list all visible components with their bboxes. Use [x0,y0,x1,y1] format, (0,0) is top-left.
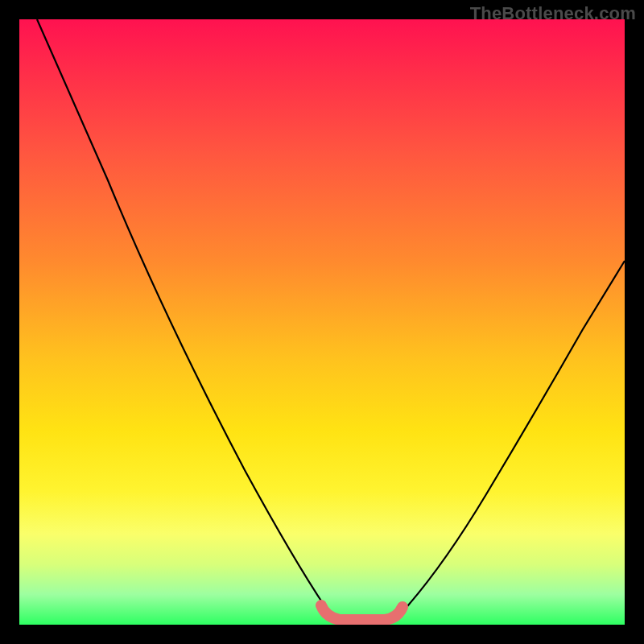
plot-area [19,19,625,625]
watermark-text: TheBottleneck.com [470,3,636,24]
curve-left [37,19,341,621]
outer-frame: TheBottleneck.com [0,0,644,644]
highlight-band [321,605,402,620]
curve-right [394,261,625,621]
chart-svg [19,19,625,625]
